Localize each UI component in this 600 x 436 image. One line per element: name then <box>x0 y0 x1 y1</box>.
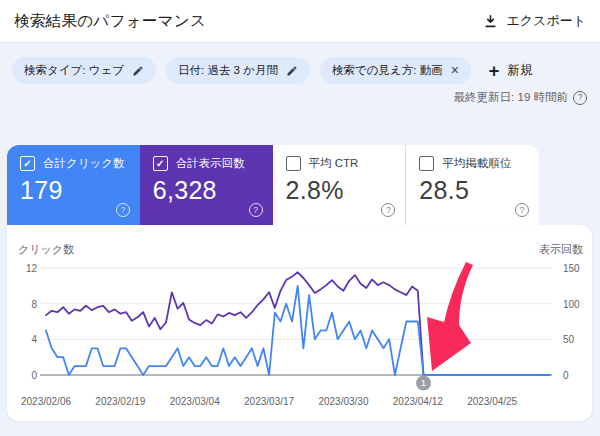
page-title: 検索結果のパフォーマンス <box>14 11 206 32</box>
metric-label: 平均掲載順位 <box>442 156 511 171</box>
metric-card-ctr[interactable]: 平均 CTR 2.8% ? <box>273 145 406 225</box>
filter-chip-label: 日付: 過去 3 か月間 <box>178 63 278 78</box>
x-axis-date-label: 2023/04/25 <box>462 396 522 407</box>
drawn-arrow-annotation <box>427 262 473 371</box>
filter-chip-search-appearance[interactable]: 検索での見え方: 動画 × <box>320 57 471 84</box>
filter-bar: 検索タイプ: ウェブ 日付: 過去 3 か月間 検索での見え方: 動画 × + … <box>12 57 532 84</box>
download-icon <box>483 14 498 29</box>
export-button[interactable]: エクスポート <box>483 12 586 30</box>
metric-card-clicks[interactable]: ✓ 合計クリック数 179 ? <box>7 145 140 225</box>
metric-value: 179 <box>20 176 127 205</box>
help-icon[interactable]: ? <box>515 203 529 217</box>
metric-card-position[interactable]: 平均掲載順位 28.5 ? <box>405 145 539 225</box>
x-axis-date-label: 2023/04/12 <box>388 396 448 407</box>
filter-chip-label: 検索タイプ: ウェブ <box>24 63 124 78</box>
left-axis-tick: 8 <box>7 299 37 310</box>
left-axis-tick: 4 <box>7 334 37 345</box>
x-axis-date-label: 2023/03/30 <box>313 396 373 407</box>
help-icon[interactable]: ? <box>573 91 587 105</box>
checkbox-icon[interactable]: ✓ <box>153 156 168 171</box>
help-icon[interactable]: ? <box>249 203 263 217</box>
metric-value: 6,328 <box>153 176 260 205</box>
metric-card-impressions[interactable]: ✓ 合計表示回数 6,328 ? <box>140 145 273 225</box>
filter-chip-search-type[interactable]: 検索タイプ: ウェブ <box>12 57 156 84</box>
filter-chip-date[interactable]: 日付: 過去 3 か月間 <box>166 57 310 84</box>
checkbox-icon[interactable] <box>419 156 434 171</box>
right-axis-tick: 0 <box>563 370 569 381</box>
metric-label: 平均 CTR <box>309 156 359 171</box>
last-updated-text: 最終更新日: 19 時間前 <box>454 90 568 105</box>
metric-label: 合計クリック数 <box>43 156 125 171</box>
right-axis-tick: 100 <box>563 299 580 310</box>
right-axis-tick: 50 <box>563 334 574 345</box>
left-axis-tick: 12 <box>7 263 37 274</box>
close-icon[interactable]: × <box>451 63 459 77</box>
right-axis-tick: 150 <box>563 263 580 274</box>
pencil-icon[interactable] <box>132 65 144 77</box>
annotation-badge-label: 1 <box>421 377 426 388</box>
chart-canvas[interactable]: 1 <box>7 225 592 421</box>
pencil-icon[interactable] <box>286 65 298 77</box>
performance-chart[interactable]: クリック数 表示回数 1 048120501001502023/02/06202… <box>7 225 592 421</box>
metric-value: 2.8% <box>286 176 393 205</box>
export-label: エクスポート <box>506 12 586 30</box>
series-line-left[interactable] <box>46 286 549 375</box>
help-icon[interactable]: ? <box>381 203 395 217</box>
left-axis-tick: 0 <box>7 370 37 381</box>
metric-value: 28.5 <box>419 176 526 205</box>
checkbox-icon[interactable] <box>286 156 301 171</box>
new-filter-button[interactable]: + 新規 <box>489 62 533 80</box>
new-filter-label: 新規 <box>507 62 532 79</box>
x-axis-date-label: 2023/03/17 <box>239 396 299 407</box>
help-icon[interactable]: ? <box>116 203 130 217</box>
checkbox-icon[interactable]: ✓ <box>20 156 35 171</box>
last-updated: 最終更新日: 19 時間前 ? <box>454 90 587 105</box>
x-axis-date-label: 2023/03/04 <box>165 396 225 407</box>
x-axis-date-label: 2023/02/06 <box>16 396 76 407</box>
plus-icon: + <box>489 62 500 80</box>
header: 検索結果のパフォーマンス エクスポート <box>0 0 600 43</box>
x-axis-date-label: 2023/02/19 <box>90 396 150 407</box>
metric-cards: ✓ 合計クリック数 179 ? ✓ 合計表示回数 6,328 ? 平均 CTR … <box>7 145 539 225</box>
filter-chip-label: 検索での見え方: 動画 <box>332 63 443 78</box>
metric-label: 合計表示回数 <box>176 156 245 171</box>
